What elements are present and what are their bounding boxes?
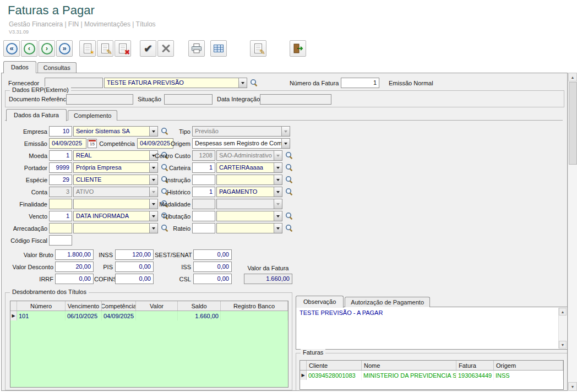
column-header[interactable]: Vencimento: [66, 301, 102, 311]
pis-field[interactable]: 0,00: [115, 262, 154, 272]
print-button[interactable]: [188, 40, 205, 57]
modalidade-code-field[interactable]: [192, 199, 215, 209]
scrollbar-thumb[interactable]: [569, 82, 577, 165]
portador-code-field[interactable]: 9999: [49, 162, 72, 173]
carteira-code-field[interactable]: 1: [192, 162, 215, 173]
faturas-grid[interactable]: Cliente Nome Fatura Origem ▶ 00394528001…: [300, 360, 564, 390]
sest-senat-field[interactable]: 0,00: [193, 249, 232, 260]
column-header[interactable]: Valor: [136, 301, 178, 311]
centro-custo-code-field[interactable]: 1208: [192, 150, 215, 161]
observacao-textarea[interactable]: TESTE PREVISÃO - A PAGAR ▲ ▼: [296, 307, 568, 350]
csl-field[interactable]: 0,00: [193, 274, 232, 284]
confirm-button[interactable]: ✔: [140, 40, 156, 57]
dropdown-button[interactable]: [281, 139, 290, 148]
rateio-code-field[interactable]: [192, 223, 215, 233]
arrecadacao-code-field[interactable]: [49, 223, 72, 233]
instrucao-combo[interactable]: [216, 175, 282, 185]
empresa-code-field[interactable]: 10: [49, 126, 72, 137]
data-integracao-field[interactable]: [260, 94, 331, 105]
tab-complemento[interactable]: Complemento: [68, 110, 117, 121]
titulos-grid[interactable]: Número Vencimento Competência Valor Sald…: [10, 301, 288, 388]
codigo-fiscal-field[interactable]: [49, 235, 72, 246]
scroll-down-icon[interactable]: ▼: [568, 382, 577, 391]
tab-observacao[interactable]: Observação: [296, 296, 344, 308]
irrf-field[interactable]: 0,00: [55, 274, 94, 284]
chevron-down-icon: [284, 143, 287, 145]
observacao-scrollbar[interactable]: ▲ ▼: [558, 308, 567, 349]
search-icon[interactable]: [285, 163, 294, 172]
column-header[interactable]: Competência: [102, 301, 136, 311]
table-row[interactable]: ▶ 00394528001083 MINISTERIO DA PREVIDENC…: [300, 371, 563, 380]
valor-desconto-field[interactable]: 20,00: [55, 262, 94, 272]
search-icon[interactable]: [249, 78, 259, 88]
vertical-scrollbar[interactable]: ▲ ▼: [568, 73, 577, 391]
valor-bruto-field[interactable]: 1.800,00: [55, 249, 94, 260]
origem-combo[interactable]: Despesas sem Registro de Com: [192, 138, 290, 149]
instrucao-code-field[interactable]: [192, 175, 215, 185]
edit-record-button[interactable]: ✎: [97, 40, 113, 57]
new-record-button[interactable]: ✶: [79, 40, 96, 57]
fornecedor-combo[interactable]: TESTE FATURA PREVISÃO: [104, 78, 247, 88]
numero-fatura-field[interactable]: 1: [341, 78, 379, 88]
tipo-combo[interactable]: Previsão: [192, 126, 290, 137]
grid-view-button[interactable]: [210, 40, 227, 57]
delete-record-button[interactable]: ✖: [115, 40, 131, 57]
scroll-down-icon[interactable]: ▼: [559, 341, 567, 349]
first-record-button[interactable]: «: [3, 40, 20, 57]
especie-code-field[interactable]: 29: [49, 175, 72, 185]
faturas-group: Faturas Cliente Nome Fatura Origem ▶ 003…: [296, 353, 568, 391]
tab-autorizacao-pagamento[interactable]: Autorização de Pagamento: [345, 297, 430, 307]
dropdown-button[interactable]: [274, 211, 282, 221]
carteira-combo[interactable]: CARTEIRAaaaa: [216, 162, 282, 173]
column-header[interactable]: Origem: [494, 361, 563, 370]
tools-button[interactable]: [157, 40, 174, 57]
search-icon[interactable]: [285, 175, 294, 184]
column-header[interactable]: Cliente: [307, 361, 362, 370]
tributacao-combo[interactable]: [216, 211, 282, 221]
dropdown-button[interactable]: [274, 199, 282, 209]
cofins-field[interactable]: 0,00: [115, 274, 154, 284]
scroll-up-icon[interactable]: ▲: [568, 73, 577, 81]
centro-custo-combo[interactable]: SAO-Administrativo: [216, 150, 282, 161]
table-row[interactable]: ▶ 101 06/10/2025 04/09/2025 1.660,00: [10, 311, 288, 320]
rateio-combo[interactable]: [216, 223, 282, 233]
dropdown-button[interactable]: [274, 151, 282, 160]
column-header[interactable]: Nome: [362, 361, 456, 370]
next-record-button[interactable]: ›: [39, 40, 55, 57]
previous-record-button[interactable]: ‹: [21, 40, 37, 57]
column-header[interactable]: Número: [17, 301, 66, 311]
modalidade-combo[interactable]: [216, 199, 282, 209]
historico-combo[interactable]: PAGAMENTO: [216, 187, 282, 197]
edit-document-button[interactable]: ✎: [250, 40, 266, 57]
dropdown-button[interactable]: [281, 127, 290, 136]
conta-code-field[interactable]: 3: [49, 187, 72, 197]
inss-field[interactable]: 120,00: [115, 249, 154, 260]
dropdown-button[interactable]: [238, 78, 247, 88]
search-icon[interactable]: [285, 211, 294, 221]
search-icon[interactable]: [285, 224, 294, 233]
tab-dados-da-fatura[interactable]: Dados da Fatura: [6, 109, 67, 121]
iss-field[interactable]: 0,00: [193, 262, 232, 272]
tab-dados[interactable]: Dados: [3, 61, 36, 73]
finalidade-code-field[interactable]: [49, 199, 72, 209]
tab-consultas[interactable]: Consultas: [37, 62, 77, 73]
situacao-field[interactable]: [164, 94, 213, 105]
column-header[interactable]: Fatura: [456, 361, 494, 370]
moeda-code-field[interactable]: 1: [49, 150, 72, 161]
vencto-code-field[interactable]: 1: [49, 211, 72, 221]
dropdown-button[interactable]: [274, 224, 282, 233]
column-header[interactable]: Registro Banco: [221, 301, 288, 311]
dropdown-button[interactable]: [274, 163, 282, 172]
tributacao-code-field[interactable]: [192, 211, 215, 221]
historico-code-field[interactable]: 1: [192, 187, 215, 197]
dropdown-button[interactable]: [274, 175, 282, 184]
documento-referencia-field[interactable]: [66, 94, 133, 105]
scroll-up-icon[interactable]: ▲: [559, 308, 567, 315]
search-icon[interactable]: [285, 151, 294, 160]
column-header[interactable]: Saldo: [178, 301, 221, 311]
dropdown-button[interactable]: [274, 187, 282, 197]
exit-button[interactable]: [290, 40, 306, 57]
emissao-field[interactable]: 04/09/2025: [49, 138, 86, 149]
last-record-button[interactable]: »: [56, 40, 73, 57]
search-icon[interactable]: [285, 187, 294, 197]
